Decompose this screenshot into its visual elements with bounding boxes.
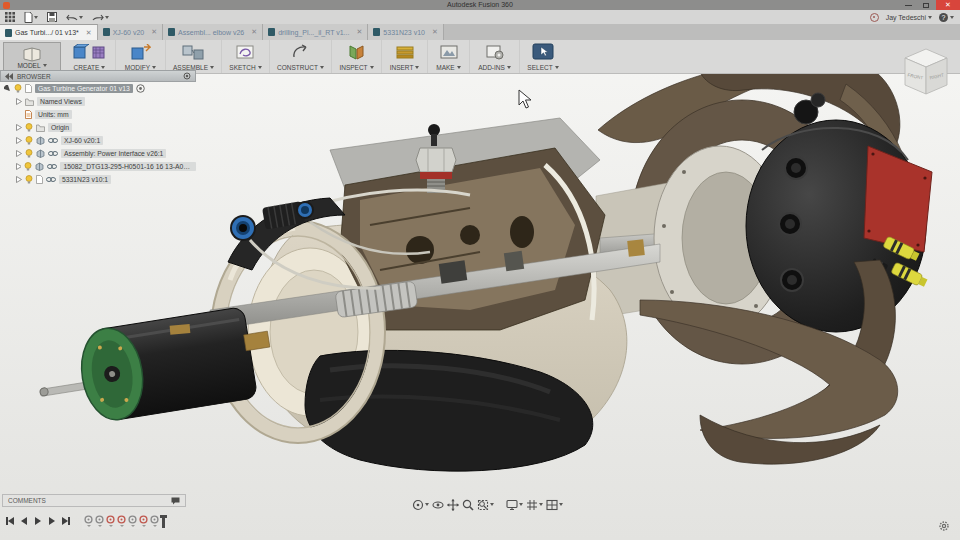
orbit-button[interactable]: [412, 499, 429, 511]
tab-close-icon[interactable]: ✕: [251, 28, 257, 36]
redo-icon[interactable]: [92, 13, 109, 22]
app-grid-icon[interactable]: [5, 12, 15, 22]
browser-item-row[interactable]: 5331N23 v10:1: [0, 173, 196, 186]
file-menu-icon[interactable]: [24, 12, 38, 23]
user-menu[interactable]: Jay Tedeschi: [886, 14, 932, 21]
expand-caret-icon[interactable]: [16, 98, 22, 105]
user-name: Jay Tedeschi: [886, 14, 926, 21]
timeline-feature-icon[interactable]: [139, 515, 148, 527]
doc-tab[interactable]: XJ-60 v20✕: [98, 24, 163, 40]
timeline-feature-icon[interactable]: [95, 515, 104, 527]
go-to-start-button[interactable]: [4, 516, 15, 527]
browser-item-row[interactable]: 15082_DTG13-295-H0501-16 16 13-A01_Ge...: [0, 160, 196, 173]
collapse-panel-icon[interactable]: [5, 73, 13, 80]
browser-item-row[interactable]: XJ-60 v20:1: [0, 134, 196, 147]
menu-insert[interactable]: INSERT: [382, 40, 428, 73]
browser-item-row[interactable]: Assembly: Power Interface v26:1: [0, 147, 196, 160]
tab-label: 5331N23 v10: [383, 29, 425, 36]
timeline-features: [82, 514, 167, 529]
expand-caret-icon[interactable]: [16, 163, 21, 170]
tab-close-icon[interactable]: ✕: [86, 29, 92, 37]
red-plate[interactable]: [864, 146, 932, 252]
visibility-bulb-icon[interactable]: [25, 149, 33, 158]
zoom-button[interactable]: [462, 499, 474, 511]
expand-caret-icon[interactable]: [16, 176, 22, 183]
browser-panel: BROWSER Gas Turbine Generator 01 v13 Nam…: [0, 70, 196, 186]
expand-caret-icon[interactable]: [16, 137, 22, 144]
visibility-bulb-icon[interactable]: [14, 84, 22, 93]
visibility-bulb-icon[interactable]: [25, 175, 33, 184]
look-at-button[interactable]: [432, 499, 444, 511]
doc-tab[interactable]: drilling_Pl..._il_RT v1...✕: [263, 24, 368, 40]
expand-caret-icon[interactable]: [16, 150, 22, 157]
menu-construct[interactable]: CONSTRUCT: [270, 40, 332, 73]
help-icon: ?: [939, 13, 948, 22]
mouse-cursor: [519, 90, 531, 108]
tab-close-icon[interactable]: ✕: [432, 28, 438, 36]
browser-header[interactable]: BROWSER: [0, 70, 196, 82]
component-icon: [36, 136, 45, 145]
view-cube[interactable]: FRONT RIGHT: [898, 44, 954, 102]
item-label: Named Views: [37, 97, 85, 106]
browser-item-row[interactable]: Units: mm: [0, 108, 196, 121]
grid-and-snaps-button[interactable]: [526, 499, 543, 511]
step-forward-button[interactable]: [46, 516, 57, 527]
visibility-bulb-icon[interactable]: [25, 136, 33, 145]
menu-inspect[interactable]: INSPECT: [332, 40, 382, 73]
notification-icon[interactable]: [870, 13, 879, 22]
menu-assemble[interactable]: ASSEMBLE: [166, 40, 222, 73]
doc-tab[interactable]: Gas Turbi.../ 01 v13*✕: [0, 24, 98, 40]
tab-label: Assembl... elbow v26: [178, 29, 244, 36]
browser-item-row[interactable]: Named Views: [0, 95, 196, 108]
menu-modify[interactable]: MODIFY: [116, 40, 166, 73]
visibility-bulb-icon[interactable]: [25, 123, 33, 132]
maximize-button[interactable]: [918, 0, 934, 10]
menu-make[interactable]: MAKE: [428, 40, 470, 73]
minimize-button[interactable]: [900, 0, 916, 10]
expand-caret-icon[interactable]: [16, 124, 22, 131]
doc-tab[interactable]: Assembl... elbow v26✕: [163, 24, 263, 40]
browser-item-row[interactable]: Origin: [0, 121, 196, 134]
timeline-bar: [4, 513, 167, 529]
browser-title: BROWSER: [17, 73, 51, 80]
workspace-selector[interactable]: MODEL: [3, 42, 61, 71]
browser-root-row[interactable]: Gas Turbine Generator 01 v13: [0, 82, 196, 95]
comments-bar[interactable]: COMMENTS: [2, 494, 186, 507]
close-button[interactable]: ✕: [936, 0, 960, 10]
account-area: Jay Tedeschi ?: [870, 10, 954, 24]
undo-icon[interactable]: [66, 13, 83, 22]
menu-add-ins[interactable]: ADD-INS: [470, 40, 520, 73]
comments-label: COMMENTS: [8, 497, 46, 504]
timeline-feature-icon[interactable]: [84, 515, 93, 527]
pan-button[interactable]: [447, 499, 459, 511]
tab-close-icon[interactable]: ✕: [151, 28, 157, 36]
menu-sketch[interactable]: SKETCH: [222, 40, 270, 73]
go-to-end-button[interactable]: [60, 516, 71, 527]
timeline-marker[interactable]: [162, 515, 165, 528]
panel-options-icon[interactable]: [183, 72, 191, 80]
doc-tab[interactable]: 5331N23 v10✕: [368, 24, 444, 40]
activate-radio-icon[interactable]: [136, 84, 145, 93]
play-button[interactable]: [32, 516, 43, 527]
document-icon: [25, 84, 32, 93]
save-icon[interactable]: [47, 12, 57, 22]
timeline-feature-icon[interactable]: [128, 515, 137, 527]
item-label: 15082_DTG13-295-H0501-16 16 13-A01_Ge...: [60, 162, 196, 171]
expand-caret-icon[interactable]: [4, 85, 11, 92]
timeline-feature-icon[interactable]: [150, 515, 159, 527]
tab-close-icon[interactable]: ✕: [356, 28, 362, 36]
display-settings-button[interactable]: [506, 499, 523, 511]
visibility-bulb-icon[interactable]: [24, 162, 32, 171]
settings-gear-icon[interactable]: [938, 518, 950, 536]
menu-create[interactable]: CREATE: [64, 40, 116, 73]
menu-select[interactable]: SELECT: [520, 40, 566, 73]
fit-button[interactable]: [477, 499, 494, 511]
link-icon: [47, 163, 57, 170]
viewports-button[interactable]: [546, 499, 563, 511]
timeline-feature-icon[interactable]: [106, 515, 115, 527]
help-menu[interactable]: ?: [939, 13, 954, 22]
comment-bubble-icon: [171, 497, 180, 505]
step-back-button[interactable]: [18, 516, 29, 527]
timeline-feature-icon[interactable]: [117, 515, 126, 527]
tab-label: drilling_Pl..._il_RT v1...: [278, 29, 349, 36]
